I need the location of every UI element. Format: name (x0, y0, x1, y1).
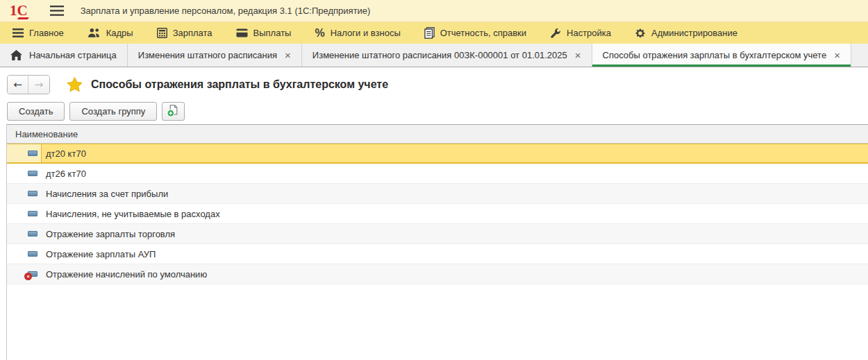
back-button[interactable]: ← (8, 76, 28, 94)
row-icon-cell (7, 144, 41, 163)
menu-item-label: Зарплата (173, 28, 212, 38)
row-name[interactable]: Отражение зарплаты АУП (41, 244, 868, 264)
table-row[interactable]: Отражение зарпалты торговля (7, 224, 868, 244)
menu-item-1[interactable]: Кадры (87, 28, 133, 38)
menu-item-label: Кадры (106, 28, 133, 38)
table-row[interactable]: дт20 кт70 (7, 144, 868, 164)
menu-item-5[interactable]: Отчетность, справки (424, 27, 526, 39)
catalog-item-icon (28, 191, 37, 196)
row-name[interactable]: дт20 кт70 (41, 144, 868, 163)
catalog-item-icon (28, 151, 37, 156)
percent-icon: % (315, 27, 324, 40)
row-name[interactable]: дт26 кт70 (41, 164, 868, 183)
menu-item-7[interactable]: Администрирование (635, 28, 737, 39)
column-header-name[interactable]: Наименование (7, 125, 868, 144)
page-title: Способы отражения зарплаты в бухгалтерск… (91, 78, 388, 91)
menu-item-3[interactable]: Выплаты (236, 28, 292, 38)
create-button[interactable]: Создать (7, 102, 65, 121)
catalog-item-icon (28, 231, 37, 237)
create-group-button[interactable]: Создать группу (69, 102, 157, 121)
menu-item-label: Выплаты (253, 28, 292, 38)
tab-label: Начальная страница (29, 50, 117, 60)
menu-item-2[interactable]: Зарплата (157, 28, 212, 38)
menu-item-label: Налоги и взносы (331, 28, 401, 38)
tab-label: Способы отражения зарплаты в бухгалтерск… (603, 50, 827, 60)
window-title: Зарплата и управление персоналом, редакц… (81, 6, 371, 16)
forward-button[interactable]: → (28, 76, 49, 94)
row-icon-cell (7, 224, 41, 243)
menu-item-label: Отчетность, справки (440, 28, 526, 38)
row-name[interactable]: Отражение начислений по умолчанию (41, 264, 868, 284)
catalog-item-icon (28, 251, 37, 257)
tab-2[interactable]: Изменение штатного расписания 00ЗК-00000… (302, 44, 592, 67)
catalog-item-icon (28, 171, 37, 176)
catalog-item-deleted-icon: × (28, 271, 37, 277)
table-row[interactable]: Начисления, не учитываемые в расходах (7, 204, 868, 224)
menu-item-label: Главное (29, 28, 64, 38)
table-row[interactable]: ×Отражение начислений по умолчанию (7, 264, 868, 284)
main-menu-icon[interactable] (50, 6, 64, 16)
deletion-mark-badge: × (24, 273, 32, 280)
history-button-group: ← → (7, 75, 50, 94)
menu-item-label: Настройка (567, 28, 611, 38)
table-row[interactable]: Начисления за счет прибыли (7, 184, 868, 204)
list-icon (12, 28, 24, 37)
calculator-icon (157, 28, 167, 38)
wrench-icon (550, 28, 561, 39)
menu-item-label: Администрирование (651, 28, 737, 38)
table-body: дт20 кт70дт26 кт70Начисления за счет при… (7, 144, 868, 284)
document-add-icon (167, 104, 180, 119)
page-header: ← → Способы отражения зарплаты в бухгалт… (7, 74, 868, 95)
create-new-item-button[interactable] (162, 102, 185, 121)
row-name[interactable]: Отражение зарпалты торговля (41, 224, 868, 243)
row-name[interactable]: Начисления за счет прибыли (41, 184, 868, 203)
menu-item-6[interactable]: Настройка (550, 28, 611, 39)
tab-close-icon[interactable]: × (285, 50, 291, 60)
card-icon (236, 28, 248, 37)
home-icon (10, 50, 22, 60)
tab-1[interactable]: Изменения штатного расписания× (128, 44, 302, 67)
row-icon-cell: × (7, 264, 41, 284)
report-icon (424, 27, 435, 39)
catalog-item-icon (28, 211, 37, 216)
row-icon-cell (7, 184, 41, 203)
table-row[interactable]: дт26 кт70 (7, 164, 868, 184)
people-icon (87, 28, 101, 38)
list-toolbar: Создать Создать группу (7, 102, 868, 121)
row-icon-cell (7, 164, 41, 183)
gear-icon (635, 28, 646, 39)
tab-bar: Начальная страницаИзменения штатного рас… (0, 44, 868, 67)
tab-label: Изменение штатного расписания 00ЗК-00000… (312, 50, 567, 60)
menu-item-4[interactable]: %Налоги и взносы (315, 27, 400, 40)
1c-logo: 1С (10, 2, 33, 19)
titlebar: 1С Зарплата и управление персоналом, ред… (0, 0, 868, 22)
row-icon-cell (7, 244, 41, 264)
row-name[interactable]: Начисления, не учитываемые в расходах (41, 204, 868, 223)
tab-3[interactable]: Способы отражения зарплаты в бухгалтерск… (592, 44, 851, 67)
app-window: 1С Зарплата и управление персоналом, ред… (0, 0, 868, 360)
tab-0[interactable]: Начальная страница (0, 44, 128, 67)
catalog-table: Наименование дт20 кт70дт26 кт70Начислени… (6, 124, 868, 360)
favorite-star-icon[interactable] (67, 77, 83, 92)
tab-close-icon[interactable]: × (834, 50, 840, 60)
sections-panel: ГлавноеКадрыЗарплатаВыплаты%Налоги и взн… (0, 22, 868, 44)
tab-label: Изменения штатного расписания (138, 50, 277, 60)
row-icon-cell (7, 204, 41, 223)
menu-item-0[interactable]: Главное (12, 28, 64, 38)
tab-close-icon[interactable]: × (575, 50, 581, 60)
table-row[interactable]: Отражение зарплаты АУП (7, 244, 868, 264)
